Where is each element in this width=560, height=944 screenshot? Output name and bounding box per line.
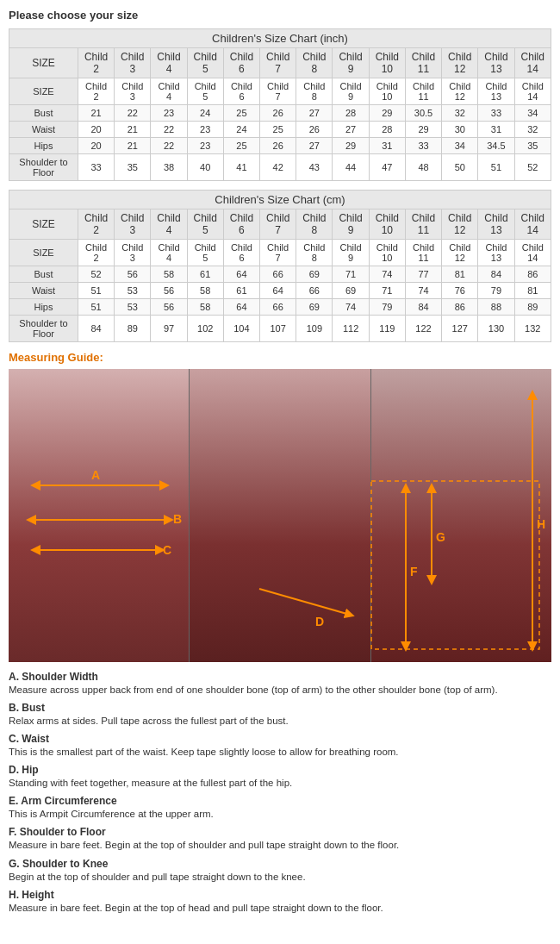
- inch-chart-title: Children's Size Chart (inch): [9, 29, 551, 48]
- table-cell: 81: [514, 283, 551, 299]
- child8-header-cm: Child8: [296, 209, 333, 240]
- table-row: Waist20212223242526272829303132: [9, 122, 551, 138]
- table-cell: 77: [405, 266, 441, 283]
- table-cell: Child2: [78, 240, 114, 266]
- table-cell: 84: [405, 299, 441, 316]
- guide-item-title: C. Waist: [9, 733, 49, 745]
- child12-header: Child12: [442, 48, 478, 78]
- guide-item-desc: This is the smallest part of the waist. …: [9, 747, 399, 757]
- svg-text:F: F: [410, 565, 418, 578]
- table-cell: 130: [478, 316, 514, 342]
- table-cell: 61: [223, 283, 259, 299]
- table-cell: 84: [478, 266, 514, 283]
- table-cell: Child12: [442, 78, 478, 105]
- table-cell: 35: [115, 154, 151, 181]
- guide-item-a: A. Shoulder WidthMeasure across upper ba…: [9, 671, 551, 697]
- table-cell: 41: [223, 154, 259, 181]
- table-cell: 25: [223, 105, 259, 122]
- table-cell: 48: [405, 154, 441, 181]
- svg-text:C: C: [163, 543, 171, 557]
- table-cell: 21: [115, 122, 151, 138]
- measuring-guide-title: Measuring Guide:: [9, 351, 551, 364]
- child14-header: Child14: [514, 48, 551, 78]
- table-cell: 74: [405, 283, 441, 299]
- child8-header: Child8: [296, 48, 333, 78]
- table-cell: 31: [478, 122, 514, 138]
- table-cell: 47: [369, 154, 405, 181]
- table-cell: 29: [369, 105, 405, 122]
- table-cell: 38: [151, 154, 187, 181]
- table-cell: 25: [223, 138, 259, 154]
- table-cell: 102: [187, 316, 223, 342]
- guide-item-title: G. Shoulder to Knee: [9, 858, 108, 870]
- table-cell: 86: [514, 266, 551, 283]
- table-cell: 28: [369, 122, 405, 138]
- child13-header: Child13: [478, 48, 514, 78]
- child7-header: Child7: [260, 48, 296, 78]
- table-cell: 52: [78, 266, 114, 283]
- table-cell: Child2: [78, 78, 114, 105]
- table-cell: 76: [442, 283, 478, 299]
- table-cell: 81: [442, 266, 478, 283]
- table-cell: 74: [369, 266, 405, 283]
- child6-header: Child6: [223, 48, 259, 78]
- table-cell: 34: [442, 138, 478, 154]
- size-header-cm: SIZE: [9, 209, 78, 240]
- child7-header-cm: Child7: [260, 209, 296, 240]
- row-label-cell: Bust: [9, 266, 78, 283]
- guide-item-desc: Measure in bare feet. Begin at the top o…: [9, 903, 383, 913]
- table-row: Bust52565861646669717477818486: [9, 266, 551, 283]
- table-cell: 64: [223, 299, 259, 316]
- table-cell: 66: [296, 283, 333, 299]
- table-cell: Child10: [369, 78, 405, 105]
- row-label-cell: Waist: [9, 122, 78, 138]
- table-cell: Child5: [187, 240, 223, 266]
- table-cell: Child7: [260, 240, 296, 266]
- table-cell: 104: [223, 316, 259, 342]
- guide-item-d: D. HipStanding with feet together, measu…: [9, 764, 551, 790]
- table-cell: 23: [187, 122, 223, 138]
- guide-descriptions: A. Shoulder WidthMeasure across upper ba…: [9, 671, 551, 915]
- child2-header-cm: Child2: [78, 209, 114, 240]
- guide-item-b: B. BustRelax arms at sides. Pull tape ac…: [9, 702, 551, 728]
- table-cell: 56: [151, 299, 187, 316]
- table-cell: 33: [405, 138, 441, 154]
- table-cell: 20: [78, 138, 114, 154]
- guide-item-title: D. Hip: [9, 764, 39, 776]
- table-cell: 27: [296, 105, 333, 122]
- guide-item-desc: Standing with feet together, measure at …: [9, 778, 292, 788]
- table-cell: 119: [369, 316, 405, 342]
- guide-item-title: B. Bust: [9, 702, 45, 714]
- table-cell: 66: [260, 299, 296, 316]
- table-cell: Child9: [333, 240, 369, 266]
- row-label-cell: SIZE: [9, 240, 78, 266]
- table-cell: Child3: [115, 78, 151, 105]
- guide-item-h: H. HeightMeasure in bare feet. Begin at …: [9, 889, 551, 915]
- guide-item-desc: Relax arms at sides. Pull tape across th…: [9, 716, 289, 726]
- table-cell: 74: [333, 299, 369, 316]
- guide-item-desc: Measure across upper back from end of on…: [9, 685, 498, 695]
- table-cell: 58: [151, 266, 187, 283]
- row-label-cell: SIZE: [9, 78, 78, 105]
- table-cell: 29: [333, 138, 369, 154]
- table-row: SIZEChild2Child3Child4Child5Child6Child7…: [9, 78, 551, 105]
- table-cell: 64: [260, 283, 296, 299]
- table-cell: 50: [442, 154, 478, 181]
- table-cell: Child10: [369, 240, 405, 266]
- table-cell: 107: [260, 316, 296, 342]
- child4-header: Child4: [151, 48, 187, 78]
- table-cell: 30: [442, 122, 478, 138]
- table-row: Hips51535658646669747984868889: [9, 299, 551, 316]
- guide-item-c: C. WaistThis is the smallest part of the…: [9, 733, 551, 759]
- table-cell: 35: [514, 138, 551, 154]
- guide-item-g: G. Shoulder to KneeBegin at the top of s…: [9, 858, 551, 884]
- guide-item-desc: This is Armpit Circumference at the uppe…: [9, 809, 214, 819]
- table-cell: 22: [151, 138, 187, 154]
- table-cell: 51: [78, 299, 114, 316]
- cm-size-chart: Children's Size Chart (cm) SIZE Child2 C…: [9, 190, 551, 342]
- row-label-cell: Bust: [9, 105, 78, 122]
- child10-header-cm: Child10: [369, 209, 405, 240]
- row-label-cell: Hips: [9, 138, 78, 154]
- table-cell: 27: [333, 122, 369, 138]
- table-cell: 22: [151, 122, 187, 138]
